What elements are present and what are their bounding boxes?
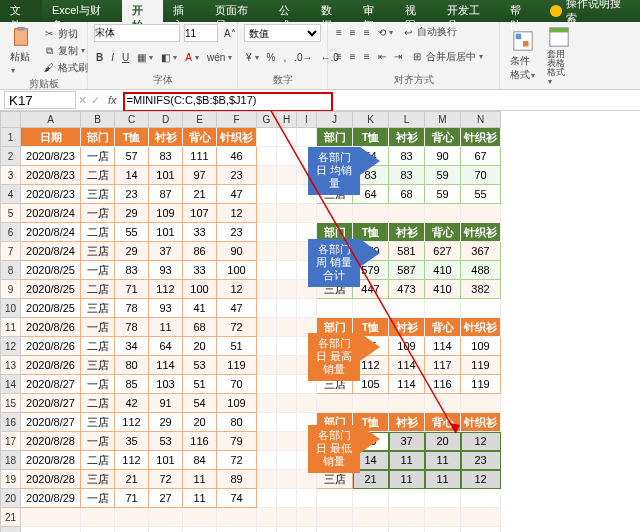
formula-input[interactable]: =MINIFS(C:C,$B:$B,$J17) (123, 93, 640, 107)
italic-button[interactable]: I (109, 51, 116, 64)
row-head-8[interactable]: 8 (1, 261, 21, 280)
col-head-N[interactable]: N (461, 112, 501, 128)
row-head-3[interactable]: 3 (1, 166, 21, 185)
svg-rect-1 (17, 27, 24, 31)
tab-custom[interactable]: Excel与财务 (42, 0, 122, 22)
bold-button[interactable]: B (94, 51, 105, 64)
cond-label: 条件格式 (510, 54, 535, 82)
row-head-19[interactable]: 19 (1, 470, 21, 489)
col-head-M[interactable]: M (425, 112, 461, 128)
align-group-label: 对齐方式 (334, 73, 493, 87)
row-head-16[interactable]: 16 (1, 413, 21, 432)
copy-icon: ⧉ (42, 44, 56, 58)
tab-view[interactable]: 视图 (395, 0, 437, 22)
row-head-2[interactable]: 2 (1, 147, 21, 166)
col-head-K[interactable]: K (353, 112, 389, 128)
col-head-L[interactable]: L (389, 112, 425, 128)
font-color[interactable]: A (183, 51, 201, 64)
align-bot[interactable]: ≡ (362, 26, 372, 39)
col-head-J[interactable]: J (317, 112, 353, 128)
col-head-C[interactable]: C (115, 112, 149, 128)
number-format[interactable]: 数值 (244, 24, 321, 42)
tab-insert[interactable]: 插入 (163, 0, 205, 22)
label-sum: 各部门周 销量合计 (308, 239, 360, 287)
arrow-min (360, 425, 380, 453)
copy-button[interactable]: ⧉复制 (40, 43, 90, 59)
cut-label: 剪切 (58, 27, 78, 41)
font-size[interactable] (184, 24, 218, 42)
percent-button[interactable]: % (265, 51, 278, 64)
border-button[interactable]: ▦ (135, 51, 155, 64)
merge-center[interactable]: ⊞合并后居中 (408, 49, 485, 65)
inc-decimal[interactable]: .0→ (292, 51, 314, 64)
row-head-4[interactable]: 4 (1, 185, 21, 204)
name-box[interactable] (4, 91, 76, 109)
wrap-text[interactable]: ↩自动换行 (399, 24, 459, 40)
row-head-18[interactable]: 18 (1, 451, 21, 470)
align-mid[interactable]: ≡ (348, 26, 358, 39)
row-head-13[interactable]: 13 (1, 356, 21, 375)
ribbon: 粘贴 ✂剪切 ⧉复制 🖌格式刷 剪贴板 A˄ B I U ▦ ◧ A wén 字… (0, 22, 640, 90)
cond-format[interactable]: 条件格式 (506, 28, 539, 84)
tab-review[interactable]: 审阅 (353, 0, 395, 22)
comma-button[interactable]: , (281, 51, 288, 64)
underline-button[interactable]: U (120, 51, 131, 64)
tab-data[interactable]: 数据 (311, 0, 353, 22)
row-head-7[interactable]: 7 (1, 242, 21, 261)
col-head-D[interactable]: D (149, 112, 183, 128)
row-head-1[interactable]: 1 (1, 128, 21, 147)
tab-formulas[interactable]: 公式 (269, 0, 311, 22)
col-head-F[interactable]: F (217, 112, 257, 128)
row-head-9[interactable]: 9 (1, 280, 21, 299)
row-head-14[interactable]: 14 (1, 375, 21, 394)
fx-ok[interactable]: ✓ (89, 93, 102, 108)
tell-me[interactable]: 操作说明搜索 (542, 0, 640, 22)
table-format[interactable]: 套用 表格格式 (543, 24, 574, 88)
col-head-B[interactable]: B (81, 112, 115, 128)
row-head-12[interactable]: 12 (1, 337, 21, 356)
indent-inc[interactable]: ⇥ (392, 50, 404, 63)
worksheet[interactable]: ABCDEFGHIJKLMN1日期部门T恤衬衫背心针织衫部门T恤衬衫背心针织衫2… (0, 111, 640, 532)
indent-dec[interactable]: ⇤ (376, 50, 388, 63)
clipboard-group-label: 剪贴板 (6, 77, 81, 91)
arrow-avg (360, 147, 380, 175)
grow-font[interactable]: A˄ (222, 27, 238, 40)
cut-button[interactable]: ✂剪切 (40, 26, 90, 42)
fx-cancel[interactable]: ✕ (76, 93, 89, 108)
col-head-A[interactable]: A (21, 112, 81, 128)
arrow-max (360, 333, 380, 361)
col-head-H[interactable]: H (277, 112, 297, 128)
phonetic[interactable]: wén (205, 51, 234, 64)
align-center[interactable]: ≡ (348, 50, 358, 63)
align-left[interactable]: ≡ (334, 50, 344, 63)
row-head-17[interactable]: 17 (1, 432, 21, 451)
row-head-22[interactable]: 22 (1, 527, 21, 533)
row-head-5[interactable]: 5 (1, 204, 21, 223)
row-head-15[interactable]: 15 (1, 394, 21, 413)
row-head-20[interactable]: 20 (1, 489, 21, 508)
tab-help[interactable]: 帮助 (500, 0, 542, 22)
align-top[interactable]: ≡ (334, 26, 344, 39)
row-head-10[interactable]: 10 (1, 299, 21, 318)
row-head-11[interactable]: 11 (1, 318, 21, 337)
wrap-icon: ↩ (401, 25, 415, 39)
paste-button[interactable]: 粘贴 (6, 24, 36, 77)
tab-home[interactable]: 开始 (122, 0, 164, 22)
currency-button[interactable]: ¥ (244, 51, 261, 64)
col-head-I[interactable]: I (297, 112, 317, 128)
col-head-E[interactable]: E (183, 112, 217, 128)
row-head-21[interactable]: 21 (1, 508, 21, 527)
tab-layout[interactable]: 页面布局 (205, 0, 269, 22)
fill-color[interactable]: ◧ (159, 51, 179, 64)
row-head-6[interactable]: 6 (1, 223, 21, 242)
svg-rect-4 (523, 41, 529, 47)
painter-button[interactable]: 🖌格式刷 (40, 60, 90, 76)
align-right[interactable]: ≡ (362, 50, 372, 63)
merge-label: 合并后居中 (426, 50, 476, 64)
font-name[interactable] (94, 24, 180, 42)
col-head-G[interactable]: G (257, 112, 277, 128)
tab-dev[interactable]: 开发工具 (437, 0, 501, 22)
orientation[interactable]: ⟲ (376, 26, 395, 39)
fx-icon[interactable]: fx (102, 94, 123, 106)
tab-file[interactable]: 文件 (0, 0, 42, 22)
